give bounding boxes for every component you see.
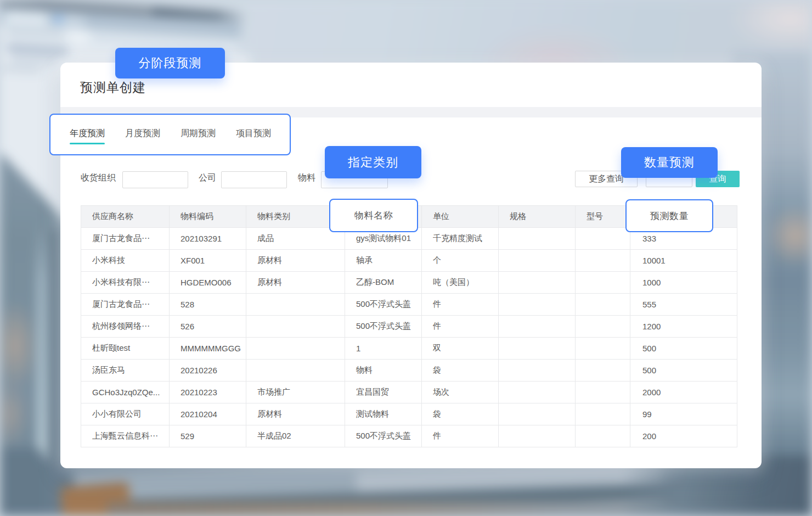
table-cell: 500不浮式头盖 (345, 294, 422, 316)
table-cell (576, 403, 630, 425)
column-header: 规格 (499, 206, 576, 228)
table-cell (499, 403, 576, 425)
table-cell: 20210223 (170, 382, 246, 403)
table-cell: MMMMMMGGG (170, 338, 246, 360)
table-cell (499, 425, 576, 447)
table-cell (576, 250, 630, 272)
table-cell: 526 (170, 316, 246, 338)
table-cell: 袋 (422, 360, 499, 382)
table-cell (576, 338, 630, 360)
table-cell (576, 316, 630, 338)
table-cell: 1 (345, 338, 422, 360)
table-cell: 件 (422, 294, 499, 316)
table-cell: 吨（美国） (422, 272, 499, 294)
tab-monthly-forecast[interactable]: 月度预测 (125, 128, 160, 139)
table-cell (576, 382, 630, 403)
tabs-highlight-box: 年度预测 月度预测 周期预测 项目预测 (49, 114, 291, 155)
table-row[interactable]: 小小有限公司20210204原材料测试物料袋99 (81, 403, 737, 425)
table-cell: 汤臣东马 (81, 360, 170, 382)
table-cell (499, 382, 576, 403)
table-cell: HGDEMO006 (170, 272, 246, 294)
table-row[interactable]: 小米科技有限⋯HGDEMO006原材料乙醇-BOM吨（美国）1000 (81, 272, 737, 294)
tab-project-forecast[interactable]: 项目预测 (236, 128, 271, 139)
table-cell (576, 360, 630, 382)
table-cell: 原材料 (246, 403, 345, 425)
table-cell: 件 (422, 425, 499, 447)
table-cell: 小米科技 (81, 250, 170, 272)
table-cell: 物料 (345, 360, 422, 382)
table-cell (576, 272, 630, 294)
table-cell: 529 (170, 425, 246, 447)
tab-bar: 年度预测 月度预测 周期预测 项目预测 (70, 128, 271, 139)
company-input[interactable] (221, 171, 287, 188)
column-header: 型号 (576, 206, 630, 228)
table-cell: 1200 (630, 316, 737, 338)
filter-label-company: 公司 (199, 172, 216, 184)
table-cell (246, 294, 345, 316)
table-row[interactable]: 汤臣东马20210226物料袋500 (81, 360, 737, 382)
table-cell (499, 338, 576, 360)
table-cell (499, 316, 576, 338)
table-cell: XF001 (170, 250, 246, 272)
table-cell: 上海甄云信息科⋯ (81, 425, 170, 447)
table-cell: 场次 (422, 382, 499, 403)
table-cell: 原材料 (246, 272, 345, 294)
table-cell (246, 360, 345, 382)
table-cell: 厦门古龙食品⋯ (81, 228, 170, 250)
table-cell: 件 (422, 316, 499, 338)
table-cell (576, 425, 630, 447)
table-cell: 200 (630, 425, 737, 447)
tab-period-forecast[interactable]: 周期预测 (181, 128, 216, 139)
table-cell: 宜昌国贸 (345, 382, 422, 403)
table-cell: GCHo3Jzq0ZQe... (81, 382, 170, 403)
table-row[interactable]: 小米科技XF001原材料轴承个10001 (81, 250, 737, 272)
table-cell: 99 (630, 403, 737, 425)
table-cell: 555 (630, 294, 737, 316)
table-cell: 个 (422, 250, 499, 272)
table-cell (499, 272, 576, 294)
table-cell (576, 294, 630, 316)
table-cell: 厦门古龙食品⋯ (81, 294, 170, 316)
forecast-table: 供应商名称物料编码物料类别物料名称单位规格型号预测数量 厦门古龙食品⋯20210… (81, 205, 737, 447)
table-cell (246, 338, 345, 360)
table-cell (499, 360, 576, 382)
table-cell: 原材料 (246, 250, 345, 272)
badge-specify-category: 指定类别 (325, 146, 421, 178)
table-cell (499, 250, 576, 272)
table-cell: 202103291 (170, 228, 246, 250)
table-cell: 杭州移领网络⋯ (81, 316, 170, 338)
table-cell: 500 (630, 360, 737, 382)
table-cell: 乙醇-BOM (345, 272, 422, 294)
table-row[interactable]: 上海甄云信息科⋯529半成品02500不浮式头盖件200 (81, 425, 737, 447)
table-row[interactable]: GCHo3Jzq0ZQe...20210223市场推广宜昌国贸场次2000 (81, 382, 737, 403)
table-cell: 20210226 (170, 360, 246, 382)
table-cell: 市场推广 (246, 382, 345, 403)
table-cell (576, 228, 630, 250)
column-header: 物料编码 (170, 206, 246, 228)
table-cell: 半成品02 (246, 425, 345, 447)
table-cell: 2000 (630, 382, 737, 403)
column-header: 单位 (422, 206, 499, 228)
table-cell: 杜昕颐test (81, 338, 170, 360)
table-cell (499, 228, 576, 250)
table-cell: 500不浮式头盖 (345, 425, 422, 447)
receiving-org-input[interactable] (122, 171, 188, 188)
table-cell (246, 316, 345, 338)
badge-phased-forecast: 分阶段预测 (115, 48, 225, 78)
table-cell: 10001 (630, 250, 737, 272)
table-cell: 1000 (630, 272, 737, 294)
tab-annual-forecast[interactable]: 年度预测 (70, 128, 105, 139)
filter-label-receiving-org: 收货组织 (81, 172, 116, 184)
table-cell: 500 (630, 338, 737, 360)
column-header: 供应商名称 (81, 206, 170, 228)
callout-forecast-qty: 预测数量 (625, 199, 713, 232)
table-row[interactable]: 杭州移领网络⋯526500不浮式头盖件1200 (81, 316, 737, 338)
filter-label-material: 物料 (298, 172, 315, 184)
table-cell: 500不浮式头盖 (345, 316, 422, 338)
table-row[interactable]: 杜昕颐testMMMMMMGGG1双500 (81, 338, 737, 360)
table-cell: 双 (422, 338, 499, 360)
table-row[interactable]: 厦门古龙食品⋯528500不浮式头盖件555 (81, 294, 737, 316)
table-cell: 轴承 (345, 250, 422, 272)
badge-quantity-forecast: 数量预测 (621, 147, 718, 178)
table-cell: 528 (170, 294, 246, 316)
